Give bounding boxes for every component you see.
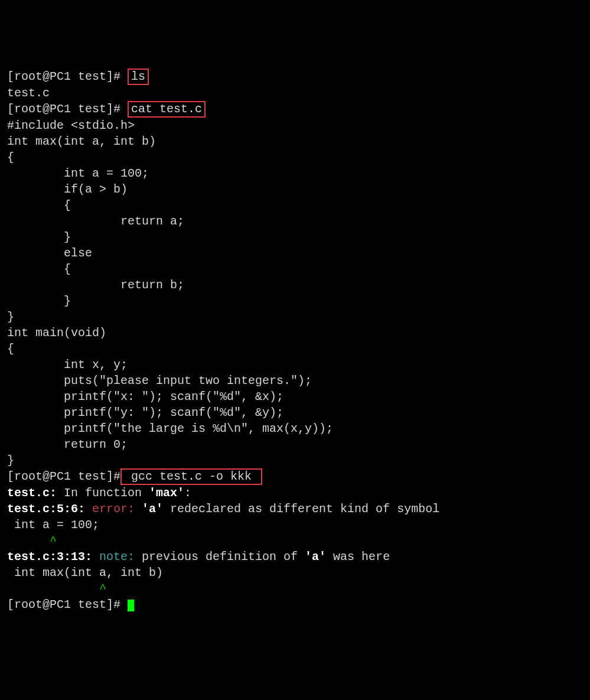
code-line: { xyxy=(7,261,583,277)
compiler-var: 'a' xyxy=(142,502,163,516)
compiler-file: test.c: xyxy=(7,486,57,500)
code-line: return a; xyxy=(7,213,583,229)
code-line: } xyxy=(7,452,583,468)
code-line: int main(void) xyxy=(7,325,583,341)
code-line: int x, y; xyxy=(7,357,583,373)
code-line: return 0; xyxy=(7,437,583,452)
code-line: puts("please input two integers."); xyxy=(7,373,583,389)
terminal-output: [root@PC1 test]# lstest.c[root@PC1 test]… xyxy=(7,69,583,613)
shell-prompt: [root@PC1 test]# xyxy=(7,102,128,116)
code-line: printf("y: "); scanf("%d", &y); xyxy=(7,405,583,421)
highlighted-command-cat: cat test.c xyxy=(128,101,206,118)
code-line: int max(int a, int b) xyxy=(7,134,583,149)
caret-indicator: ^ xyxy=(7,582,106,595)
highlighted-command-gcc: gcc test.c -o kkk xyxy=(120,468,262,485)
code-line: } xyxy=(7,229,583,245)
code-line: int a = 100; xyxy=(7,165,583,181)
compiler-colon: : xyxy=(184,486,191,500)
code-line: printf("the large is %d\n", max(x,y)); xyxy=(7,421,583,437)
code-line: } xyxy=(7,309,583,325)
code-line: return b; xyxy=(7,277,583,293)
compiler-source-line: int max(int a, int b) xyxy=(7,565,583,581)
highlighted-command-ls: ls xyxy=(128,69,149,85)
note-label: note: xyxy=(99,550,142,564)
shell-prompt: [root@PC1 test]# xyxy=(7,598,128,611)
compiler-function-name: 'max' xyxy=(149,486,184,500)
compiler-var: 'a' xyxy=(305,550,326,564)
code-line: { xyxy=(7,341,583,357)
code-line: printf("x: "); scanf("%d", &x); xyxy=(7,389,583,405)
code-line: } xyxy=(7,293,583,309)
note-suffix: was here xyxy=(326,550,390,564)
shell-prompt: [root@PC1 test]# xyxy=(7,470,120,483)
code-line: { xyxy=(7,149,583,165)
compiler-location: test.c:5:6: xyxy=(7,502,92,516)
ls-output: test.c xyxy=(7,85,583,101)
code-line: else xyxy=(7,245,583,261)
error-label: error: xyxy=(92,502,142,516)
cursor-icon[interactable] xyxy=(128,600,134,611)
compiler-source-line: int a = 100; xyxy=(7,517,583,533)
note-message: previous definition of xyxy=(142,550,305,564)
compiler-location: test.c:3:13: xyxy=(7,550,99,564)
shell-prompt: [root@PC1 test]# xyxy=(7,70,128,83)
compiler-text: In function xyxy=(57,486,149,500)
code-line: #include <stdio.h> xyxy=(7,118,583,134)
caret-indicator: ^ xyxy=(7,534,57,548)
code-line: if(a > b) xyxy=(7,181,583,197)
code-line: { xyxy=(7,197,583,213)
error-message: redeclared as different kind of symbol xyxy=(163,502,439,516)
